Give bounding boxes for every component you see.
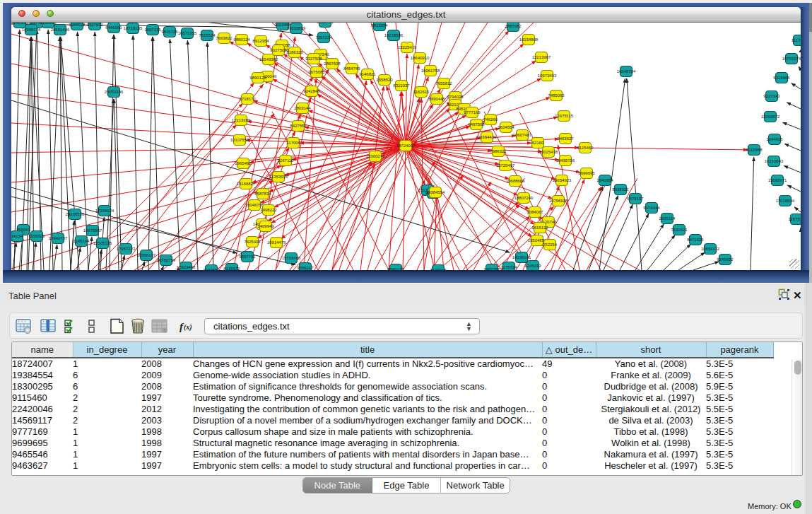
svg-text:19166827: 19166827 [237,182,256,186]
svg-text:9146821: 9146821 [359,72,376,76]
svg-text:9227343: 9227343 [763,94,780,98]
svg-text:12923448: 12923448 [177,265,196,269]
svg-text:2887682: 2887682 [505,24,522,28]
svg-text:6322037: 6322037 [393,83,410,88]
svg-text:1145194: 1145194 [73,239,90,243]
svg-text:1093567: 1093567 [203,268,220,270]
svg-text:18640910: 18640910 [411,56,430,60]
svg-text:8454749: 8454749 [343,66,360,71]
svg-text:17359924: 17359924 [95,209,114,213]
svg-text:9890125: 9890125 [249,76,266,80]
svg-text:9046355: 9046355 [11,23,28,25]
svg-text:2935114: 2935114 [659,216,676,221]
svg-text:3675685: 3675685 [308,70,325,74]
svg-text:16961758: 16961758 [421,69,440,73]
svg-text:9329966: 9329966 [773,76,790,80]
svg-text:9327508: 9327508 [305,57,322,61]
svg-text:19218586: 19218586 [384,33,404,37]
svg-text:6497508: 6497508 [468,122,485,127]
svg-text:9815726: 9815726 [161,30,178,34]
svg-text:10107553: 10107553 [230,138,249,142]
svg-text:12093872: 12093872 [761,115,780,119]
svg-text:16648784: 16648784 [617,69,636,74]
svg-text:7485063: 7485063 [548,93,565,98]
svg-text:7120345: 7120345 [430,268,447,270]
svg-text:1667135: 1667135 [144,28,161,32]
svg-text:1244415: 1244415 [766,137,783,141]
svg-text:9860124: 9860124 [233,37,250,42]
svg-text:14055724: 14055724 [22,28,41,32]
svg-text:16154808: 16154808 [519,37,539,42]
svg-text:10975867: 10975867 [83,228,102,233]
svg-text:16782759: 16782759 [157,258,176,262]
svg-text:16033809: 16033809 [287,26,306,30]
svg-text:8560123: 8560123 [387,267,404,270]
svg-text:9084067: 9084067 [526,210,543,214]
svg-text:1527602: 1527602 [86,23,103,27]
svg-text:8100916: 8100916 [40,23,57,25]
svg-text:19654923: 19654923 [553,178,572,182]
svg-text:8938923: 8938923 [612,187,629,192]
svg-text:19756928: 19756928 [549,199,568,203]
svg-text:10607487: 10607487 [513,133,532,137]
svg-text:39154: 39154 [11,234,23,238]
svg-text:62160: 62160 [532,141,544,145]
svg-text:18724007: 18724007 [396,144,416,148]
svg-text:10688609: 10688609 [506,179,525,183]
svg-text:2803144: 2803144 [294,106,311,110]
svg-text:(x): (x) [184,323,192,332]
svg-text:9245013: 9245013 [524,264,541,268]
svg-text:15751074: 15751074 [782,57,801,61]
svg-text:9115460: 9115460 [577,146,594,150]
svg-text:10958107: 10958107 [137,253,156,257]
svg-text:10654112: 10654112 [701,247,720,251]
svg-text:9245652: 9245652 [717,257,734,262]
svg-text:16671355: 16671355 [178,31,197,35]
svg-text:2867608: 2867608 [324,62,341,66]
svg-text:19384554: 19384554 [426,190,445,194]
svg-text:8990448: 8990448 [428,97,445,101]
svg-text:6466160: 6466160 [105,25,122,30]
svg-text:10025438: 10025438 [539,150,558,154]
svg-text:9463627: 9463627 [557,136,574,141]
svg-text:10973493: 10973493 [538,74,557,78]
svg-text:12213389: 12213389 [232,118,251,122]
svg-text:12975115: 12975115 [555,114,574,118]
svg-text:1065528: 1065528 [69,23,86,27]
svg-text:9327505: 9327505 [270,48,287,52]
svg-text:3624554: 3624554 [498,125,514,129]
svg-text:7663822: 7663822 [216,36,233,40]
svg-text:12505135: 12505135 [93,241,112,245]
svg-text:20364436: 20364436 [478,135,497,139]
svg-text:1640954: 1640954 [596,178,613,182]
svg-text:9777169: 9777169 [464,110,481,115]
svg-text:1135724: 1135724 [501,265,518,269]
svg-text:18807249: 18807249 [514,196,534,200]
svg-text:14196141: 14196141 [512,255,531,259]
svg-text:16914479: 16914479 [267,240,286,245]
svg-text:9474444: 9474444 [643,206,660,210]
svg-text:12213967: 12213967 [532,55,551,59]
svg-text:8587834: 8587834 [254,192,271,196]
svg-text:7357224: 7357224 [315,35,332,40]
svg-text:1167533: 1167533 [789,217,801,221]
svg-text:6479197: 6479197 [627,197,644,201]
svg-text:15720407: 15720407 [496,163,515,168]
svg-text:18495756: 18495756 [556,158,575,163]
svg-text:7515524: 7515524 [199,33,216,37]
svg-text:8427552: 8427552 [290,124,307,128]
svg-text:1965492: 1965492 [235,161,252,165]
svg-text:11353594: 11353594 [269,175,288,179]
svg-text:16543382: 16543382 [259,57,278,62]
svg-text:8471626: 8471626 [687,238,704,242]
svg-text:17016504: 17016504 [776,199,795,203]
svg-text:2718170: 2718170 [239,97,256,101]
svg-text:15692971: 15692971 [768,178,787,182]
svg-text:15716485: 15716485 [282,256,301,260]
svg-text:8813054: 8813054 [371,23,388,28]
svg-text:16210643: 16210643 [765,159,784,163]
svg-text:9356217: 9356217 [297,266,314,270]
svg-text:252254: 252254 [543,243,558,247]
svg-text:317006: 317006 [286,141,301,145]
svg-text:9242848: 9242848 [303,89,320,93]
